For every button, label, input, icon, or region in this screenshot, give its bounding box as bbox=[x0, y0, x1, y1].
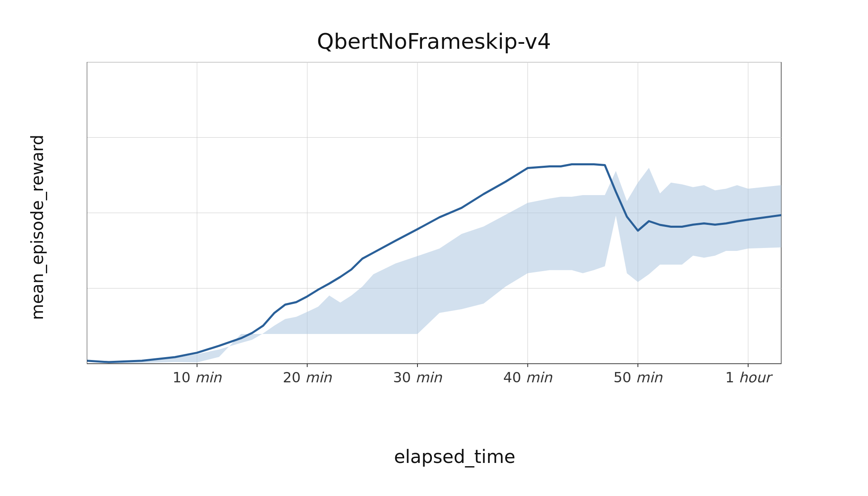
svg-text:10 min: 10 min bbox=[173, 369, 222, 386]
y-axis-label: mean_episode_reward bbox=[21, 62, 54, 393]
chart-svg: 0 5000 10000 15000 20000 10 min 20 min 3… bbox=[87, 62, 823, 393]
x-axis-label: elapsed_time bbox=[87, 446, 823, 467]
svg-text:40 min: 40 min bbox=[503, 369, 553, 386]
svg-text:50 min: 50 min bbox=[613, 369, 663, 386]
chart-container: QbertNoFrameskip-v4 mean_episode_reward … bbox=[21, 21, 847, 475]
svg-text:1 hour: 1 hour bbox=[725, 369, 773, 386]
svg-text:30 min: 30 min bbox=[393, 369, 443, 386]
chart-title: QbertNoFrameskip-v4 bbox=[21, 21, 847, 58]
svg-text:20 min: 20 min bbox=[283, 369, 332, 386]
